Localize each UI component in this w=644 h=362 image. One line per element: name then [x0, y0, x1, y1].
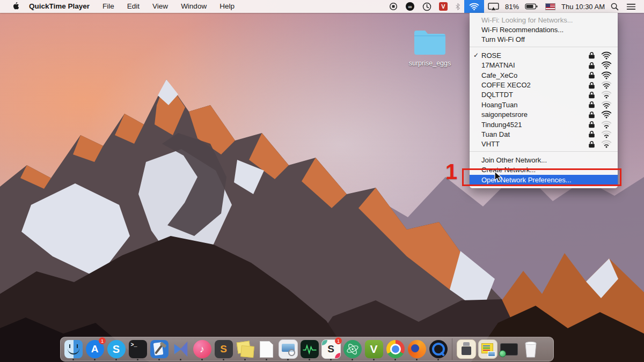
svg-text:V: V — [441, 3, 445, 10]
wifi-icon — [469, 3, 479, 11]
menu-separator — [470, 47, 618, 48]
wifi-network-item[interactable]: Tindung4521 — [470, 120, 618, 129]
notification-center-icon[interactable] — [623, 0, 640, 13]
battery-icon[interactable] — [521, 0, 541, 13]
menu-item-wifi-recommendations[interactable]: Wi-Fi Recommendations... — [470, 25, 618, 34]
lock-icon — [588, 51, 596, 59]
wifi-network-item[interactable]: DQLTTDT — [470, 90, 618, 100]
wifi-network-item[interactable]: saigonpetsrore — [470, 110, 618, 120]
menu-view[interactable]: View — [146, 0, 174, 13]
wifi-status-item: Wi-Fi: Looking for Networks... — [470, 15, 618, 25]
menu-clock[interactable]: Thu 10:30 AM — [559, 0, 607, 13]
airplay-display-icon[interactable] — [484, 0, 503, 13]
network-name: Tindung4521 — [481, 121, 588, 129]
wifi-signal-icon — [601, 91, 612, 99]
active-app-menu[interactable]: QuickTime Player — [23, 0, 96, 13]
dock-document-icon[interactable] — [257, 338, 276, 360]
folder-label: surprise_eggs — [400, 60, 460, 67]
menu-item-turn-wifi-off[interactable]: Turn Wi-Fi Off — [470, 35, 618, 45]
network-name: ROSE — [481, 51, 588, 60]
desktop: QuickTime Player File Edit View Window H… — [0, 0, 644, 362]
wifi-signal-icon — [601, 110, 612, 119]
item-label: Turn Wi-Fi Off — [481, 35, 612, 43]
network-name: HoangTuan — [481, 101, 588, 109]
bluetooth-icon[interactable] — [451, 0, 464, 13]
menu-item-open-network-preferences[interactable]: Open Network Preferences... — [470, 175, 618, 185]
dock-chrome-icon[interactable] — [385, 338, 405, 360]
app-store-badge: 1 — [99, 337, 106, 344]
dock-v-app-icon[interactable]: V — [364, 338, 384, 360]
clock-app-icon[interactable] — [419, 0, 435, 13]
wifi-network-item[interactable]: COFFE XECO2 — [470, 80, 618, 90]
dock-atom-icon[interactable] — [342, 338, 362, 360]
dock-slack-icon[interactable]: S 1 — [321, 338, 341, 360]
dock-visual-studio-icon[interactable] — [171, 338, 191, 360]
dock-activity-monitor-icon[interactable] — [299, 338, 319, 360]
mouse-cursor — [494, 171, 502, 182]
dock-finder-icon[interactable] — [63, 338, 83, 360]
v-app-status-icon[interactable]: V — [435, 0, 451, 13]
menu-edit[interactable]: Edit — [121, 0, 146, 13]
lock-icon — [588, 91, 596, 99]
dock-archive-icon[interactable] — [456, 338, 476, 360]
network-name: Cafe_XeCo — [481, 71, 588, 79]
menu-window[interactable]: Window — [174, 0, 213, 13]
item-label: Wi-Fi Recommendations... — [481, 26, 612, 34]
dock-xcode-icon[interactable] — [149, 338, 169, 360]
network-name: COFFE XECO2 — [481, 81, 588, 89]
wifi-menu-extra[interactable] — [464, 0, 484, 13]
folder-icon — [412, 28, 448, 56]
dock-stickies-icon[interactable] — [235, 338, 255, 360]
wifi-network-item[interactable]: VHTT — [470, 139, 618, 149]
menu-separator — [470, 151, 618, 153]
dock-downloads-folder-icon[interactable] — [478, 338, 497, 360]
spotlight-search-icon[interactable] — [607, 0, 623, 13]
item-label: Join Other Network... — [481, 156, 612, 164]
network-name: DQLTTDT — [481, 91, 588, 99]
menu-bar: QuickTime Player File Edit View Window H… — [0, 0, 644, 13]
dock-preview-icon[interactable] — [278, 338, 298, 360]
wifi-signal-icon — [601, 121, 612, 129]
wifi-network-item[interactable]: Tuan Dat — [470, 129, 618, 139]
menu-item-create-network[interactable]: Create Network... — [470, 165, 618, 174]
wifi-signal-icon — [601, 51, 612, 60]
dock-firefox-icon[interactable] — [407, 338, 427, 360]
wifi-signal-icon — [601, 81, 612, 89]
network-name: Tuan Dat — [481, 130, 588, 138]
network-name: VHTT — [481, 140, 588, 148]
record-status-icon[interactable] — [385, 0, 401, 13]
wifi-dropdown-menu: Wi-Fi: Looking for Networks... Wi-Fi Rec… — [470, 13, 618, 188]
dock-skype-icon[interactable]: S — [106, 338, 126, 360]
slack-badge: 1 — [335, 337, 342, 344]
menu-help[interactable]: Help — [213, 0, 241, 13]
menu-file[interactable]: File — [96, 0, 121, 13]
svg-text:∞: ∞ — [408, 4, 412, 10]
dock-minimized-window[interactable] — [499, 338, 519, 360]
wifi-signal-icon — [601, 101, 612, 109]
wifi-network-item[interactable]: Cafe_XeCo — [470, 70, 618, 80]
lock-icon — [588, 82, 596, 89]
apple-menu[interactable] — [8, 0, 23, 13]
dock-quicktime-icon[interactable] — [428, 338, 448, 360]
dock-terminal-icon[interactable]: >_ — [128, 338, 148, 360]
wifi-network-item[interactable]: ✓ ROSE — [470, 50, 618, 60]
dock-sublime-text-icon[interactable]: S — [214, 338, 233, 360]
wifi-network-item[interactable]: 17MATNAI — [470, 61, 618, 70]
desktop-folder-surprise-eggs[interactable]: surprise_eggs — [400, 28, 460, 67]
network-name: saigonpetsrore — [481, 110, 588, 119]
dock-app-store-icon[interactable]: A 1 — [85, 338, 105, 360]
checkmark-icon: ✓ — [473, 51, 481, 59]
annotation-step-number: 1 — [445, 161, 457, 182]
apple-icon — [11, 2, 19, 11]
lock-icon — [588, 141, 596, 148]
menu-item-join-other-network[interactable]: Join Other Network... — [470, 155, 618, 165]
wifi-signal-icon — [601, 140, 612, 148]
dock-trash-icon[interactable] — [521, 338, 540, 360]
input-language-flag[interactable] — [541, 0, 559, 13]
lock-icon — [588, 130, 596, 138]
lock-icon — [588, 121, 596, 128]
wifi-network-item[interactable]: HoangTuan — [470, 100, 618, 109]
wifi-signal-icon — [601, 130, 612, 138]
creative-cloud-icon[interactable]: ∞ — [401, 0, 419, 13]
dock-itunes-icon[interactable]: ♪ — [192, 338, 212, 360]
